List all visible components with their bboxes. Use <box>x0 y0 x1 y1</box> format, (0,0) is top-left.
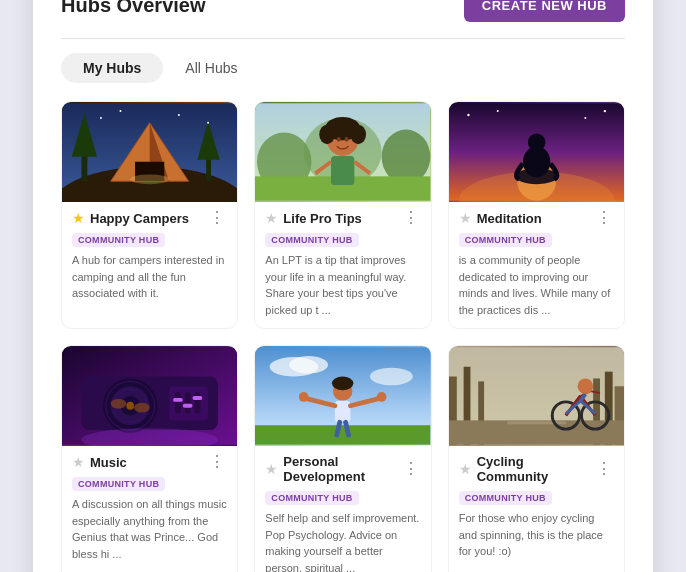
hub-badge-life-pro-tips: COMMUNITY HUB <box>265 233 358 247</box>
svg-line-68 <box>337 422 340 435</box>
hub-desc-cycling-community: For those who enjoy cycling and spinning… <box>459 510 614 560</box>
hub-body-happy-campers: ★ Happy Campers ⋮ COMMUNITY HUB A hub fo… <box>62 202 237 312</box>
hub-body-life-pro-tips: ★ Life Pro Tips ⋮ COMMUNITY HUB An LPT i… <box>255 202 430 328</box>
svg-point-59 <box>370 368 413 386</box>
hub-card-meditation[interactable]: ★ Meditation ⋮ COMMUNITY HUB is a commun… <box>448 101 625 329</box>
tabs-bar: My Hubs All Hubs <box>61 53 625 83</box>
svg-point-34 <box>467 114 469 116</box>
hub-title-row: ★ Life Pro Tips ⋮ <box>265 210 420 226</box>
hub-body-personal-development: ★ Personal Development ⋮ COMMUNITY HUB S… <box>255 446 430 572</box>
svg-point-23 <box>337 137 341 142</box>
hub-name-personal-development: Personal Development <box>283 454 400 484</box>
hub-badge-meditation: COMMUNITY HUB <box>459 233 552 247</box>
hub-badge-personal-development: COMMUNITY HUB <box>265 491 358 505</box>
svg-rect-60 <box>255 425 430 444</box>
svg-point-11 <box>178 114 180 116</box>
svg-point-21 <box>320 125 336 144</box>
hub-menu-happy-campers[interactable]: ⋮ <box>207 210 227 226</box>
hub-body-music: ★ Music ⋮ COMMUNITY HUB A discussion on … <box>62 446 237 572</box>
hub-title-row: ★ Cycling Community ⋮ <box>459 454 614 484</box>
hub-menu-music[interactable]: ⋮ <box>207 454 227 470</box>
svg-rect-50 <box>173 398 183 402</box>
svg-point-24 <box>345 137 349 142</box>
svg-rect-47 <box>175 392 181 413</box>
hub-body-meditation: ★ Meditation ⋮ COMMUNITY HUB is a commun… <box>449 202 624 328</box>
svg-point-86 <box>577 378 593 394</box>
svg-point-54 <box>111 399 127 409</box>
hub-badge-cycling-community: COMMUNITY HUB <box>459 491 552 505</box>
svg-point-43 <box>126 402 134 410</box>
svg-rect-49 <box>194 392 200 413</box>
hub-star-happy-campers[interactable]: ★ <box>72 210 85 226</box>
svg-point-37 <box>603 110 605 112</box>
page-title: Hubs Overview <box>61 0 206 17</box>
hub-card-personal-development[interactable]: ★ Personal Development ⋮ COMMUNITY HUB S… <box>254 345 431 572</box>
svg-point-65 <box>299 392 309 402</box>
svg-point-58 <box>289 356 328 374</box>
hub-title-left: ★ Personal Development <box>265 454 400 484</box>
hub-desc-music: A discussion on all things music especia… <box>72 496 227 562</box>
hub-title-row: ★ Personal Development ⋮ <box>265 454 420 484</box>
hub-star-personal-development[interactable]: ★ <box>265 461 278 477</box>
svg-rect-48 <box>185 392 191 413</box>
header: Hubs Overview CREATE NEW HUB <box>61 0 625 22</box>
tab-my-hubs[interactable]: My Hubs <box>61 53 163 83</box>
svg-rect-7 <box>206 157 211 181</box>
svg-point-55 <box>134 403 150 413</box>
hub-image-personal-development <box>255 346 430 446</box>
hub-title-row: ★ Happy Campers ⋮ <box>72 210 227 226</box>
hub-badge-happy-campers: COMMUNITY HUB <box>72 233 165 247</box>
hub-image-cycling-community <box>449 346 624 446</box>
hub-name-music: Music <box>90 455 127 470</box>
hub-name-cycling-community: Cycling Community <box>477 454 594 484</box>
svg-point-67 <box>332 377 353 391</box>
tab-all-hubs[interactable]: All Hubs <box>163 53 259 83</box>
hub-star-life-pro-tips[interactable]: ★ <box>265 210 278 226</box>
hub-menu-personal-development[interactable]: ⋮ <box>401 461 421 477</box>
hub-image-music <box>62 346 237 446</box>
svg-rect-78 <box>507 421 565 424</box>
hub-desc-happy-campers: A hub for campers interested in camping … <box>72 252 227 302</box>
hub-image-happy-campers <box>62 102 237 202</box>
hub-image-life-pro-tips <box>255 102 430 202</box>
hub-body-cycling-community: ★ Cycling Community ⋮ COMMUNITY HUB For … <box>449 446 624 570</box>
svg-rect-51 <box>183 404 193 408</box>
svg-point-9 <box>100 117 102 119</box>
svg-line-69 <box>346 422 349 435</box>
hub-desc-life-pro-tips: An LPT is a tip that improves your life … <box>265 252 420 318</box>
hub-image-meditation <box>449 102 624 202</box>
hub-title-left: ★ Meditation <box>459 210 542 226</box>
svg-rect-25 <box>331 156 354 185</box>
hub-title-row: ★ Music ⋮ <box>72 454 227 470</box>
svg-point-10 <box>119 110 121 112</box>
svg-rect-52 <box>193 396 203 400</box>
hub-name-happy-campers: Happy Campers <box>90 211 189 226</box>
create-hub-button[interactable]: CREATE NEW HUB <box>464 0 625 22</box>
hub-star-music[interactable]: ★ <box>72 454 85 470</box>
hub-title-left: ★ Life Pro Tips <box>265 210 362 226</box>
hub-title-row: ★ Meditation ⋮ <box>459 210 614 226</box>
header-divider <box>61 38 625 39</box>
hub-card-cycling-community[interactable]: ★ Cycling Community ⋮ COMMUNITY HUB For … <box>448 345 625 572</box>
svg-point-33 <box>528 133 546 151</box>
svg-point-35 <box>496 110 498 112</box>
hub-card-music[interactable]: ★ Music ⋮ COMMUNITY HUB A discussion on … <box>61 345 238 572</box>
svg-point-36 <box>584 117 586 119</box>
svg-point-12 <box>207 122 209 124</box>
hubs-overview-panel: Hubs Overview CREATE NEW HUB My Hubs All… <box>33 0 653 572</box>
hub-menu-cycling-community[interactable]: ⋮ <box>594 461 614 477</box>
hub-name-life-pro-tips: Life Pro Tips <box>283 211 362 226</box>
hub-menu-life-pro-tips[interactable]: ⋮ <box>401 210 421 226</box>
svg-point-13 <box>130 174 169 184</box>
hub-star-meditation[interactable]: ★ <box>459 210 472 226</box>
hub-card-happy-campers[interactable]: ★ Happy Campers ⋮ COMMUNITY HUB A hub fo… <box>61 101 238 329</box>
hubs-grid: ★ Happy Campers ⋮ COMMUNITY HUB A hub fo… <box>61 101 625 572</box>
hub-menu-meditation[interactable]: ⋮ <box>594 210 614 226</box>
hub-title-left: ★ Music <box>72 454 127 470</box>
hub-title-left: ★ Cycling Community <box>459 454 594 484</box>
hub-desc-personal-development: Self help and self improvement. Pop Psyc… <box>265 510 420 572</box>
hub-star-cycling-community[interactable]: ★ <box>459 461 472 477</box>
hub-badge-music: COMMUNITY HUB <box>72 477 165 491</box>
hub-title-left: ★ Happy Campers <box>72 210 189 226</box>
hub-card-life-pro-tips[interactable]: ★ Life Pro Tips ⋮ COMMUNITY HUB An LPT i… <box>254 101 431 329</box>
